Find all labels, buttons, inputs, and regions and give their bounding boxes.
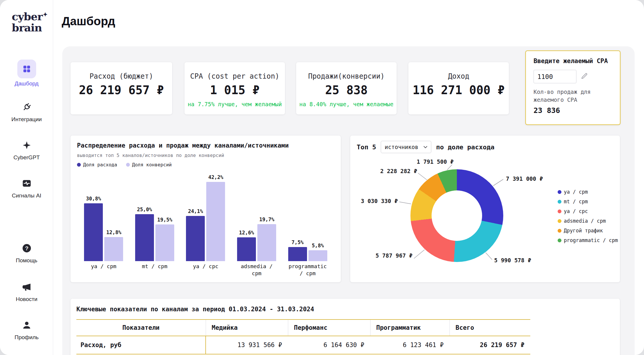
donut-chart[interactable] <box>410 169 503 262</box>
kpi-note: на 7.75% лучше, чем желаемый <box>185 101 285 107</box>
bar-group: 7,5%5,8% <box>288 239 327 261</box>
legend-item: mt / cpm <box>558 199 618 204</box>
bar-value-label: 25,0% <box>137 207 152 212</box>
app-window: cyber✦ brain Дашборд Интеграции CyberGPT <box>0 0 644 355</box>
kpi-card-cpa: CPA (cost per action) 1 015 ₽ на 7.75% л… <box>185 62 285 114</box>
sidebar-item-label: CyberGPT <box>0 154 53 161</box>
legend-item: adsmedia / cpm <box>558 218 618 224</box>
logo-text-cyber: cyber <box>12 10 43 23</box>
bar-spend-share[interactable] <box>186 216 205 261</box>
bar-category-label: mt / cpm <box>129 263 180 277</box>
kpi-card-budget: Расход (бюджет) 26 219 657 ₽ <box>71 62 172 114</box>
bar-value-label: 42,2% <box>208 174 223 180</box>
bar-value-label: 24,1% <box>188 208 203 214</box>
by-spend-share-label: по доле расхода <box>436 143 494 151</box>
bar-value-label: 12,6% <box>239 230 254 236</box>
pencil-icon[interactable] <box>581 72 588 81</box>
bar-spend-share[interactable] <box>237 237 256 261</box>
donut-callout-label: 7 391 000 ₽ <box>506 175 543 182</box>
megaphone-icon <box>20 280 34 294</box>
sidebar-item-dashboard[interactable]: Дашборд <box>0 60 53 87</box>
table-title: Ключевые показатели по каналам за период… <box>76 306 314 313</box>
select-value: источников <box>385 144 418 150</box>
bar-column: 19,5% <box>155 217 174 261</box>
logo-text-brain: brain <box>12 22 47 33</box>
legend-dot <box>558 209 561 213</box>
bar-column: 12,8% <box>104 229 123 261</box>
kpi-label: Доход <box>408 72 509 80</box>
bar-spend-share[interactable] <box>135 214 154 261</box>
bar-chart-title: Распределение расхода и продаж между кан… <box>77 142 289 149</box>
bar-category-label: ya / cpm <box>78 263 129 277</box>
legend-item-conversions: Доля конверсий <box>126 162 172 168</box>
desired-cpa-input[interactable] <box>534 70 576 83</box>
sparkle-icon <box>20 138 34 152</box>
bar-spend-share[interactable] <box>84 203 103 261</box>
bar-conversion-share[interactable] <box>257 224 276 261</box>
kpi-label: Продажи(конверсии) <box>296 72 397 80</box>
bar-spend-share[interactable] <box>288 247 307 261</box>
bar-slot: 24,1%42,2% <box>180 173 231 261</box>
legend-item: programmatic / cpm <box>558 237 618 243</box>
legend-dot <box>558 200 561 204</box>
bar-conversion-share[interactable] <box>104 237 123 261</box>
sidebar-item-signals-ai[interactable]: Сигналы AI <box>0 176 53 199</box>
donut-callout-label: 2 228 282 ₽ <box>380 168 417 174</box>
bar-category-label: adsmedia / cpm <box>231 263 282 277</box>
bar-group: 30,8%12,8% <box>84 196 123 261</box>
legend-dot-conversions <box>126 163 130 167</box>
bar-value-label: 19,7% <box>259 217 274 222</box>
legend-dot-spend <box>77 163 81 167</box>
table-header-row: Показатели Медийка Перфоманс Программати… <box>76 320 530 336</box>
legend-item: ya / cpm <box>558 189 618 195</box>
main-panel: Расход (бюджет) 26 219 657 ₽ CPA (cost p… <box>62 46 635 355</box>
column-header: Программатик <box>370 320 450 336</box>
legend-dot <box>558 219 561 223</box>
kpi-table-card: Ключевые показатели по каналам за период… <box>71 299 620 355</box>
plug-icon <box>20 100 34 114</box>
chevron-down-icon <box>423 144 428 150</box>
sidebar-item-profile[interactable]: Профиль <box>0 318 53 341</box>
bar-value-label: 30,8% <box>86 196 101 202</box>
donut-chart-card: Топ 5 источников по доле расхода <box>350 136 620 282</box>
sidebar-item-cybergpt[interactable]: CyberGPT <box>0 138 53 161</box>
sidebar-item-label: Интеграции <box>0 116 53 123</box>
bar-chart-card: Распределение расхода и продаж между кан… <box>71 136 341 282</box>
desired-cpa-title: Введите желаемый CPA <box>534 58 612 65</box>
bar-column: 5,8% <box>308 243 327 261</box>
donut-hole <box>432 190 482 241</box>
logo[interactable]: cyber✦ brain <box>12 9 47 33</box>
table-row: Расход, руб 13 931 566 ₽ 6 164 630 ₽ 6 1… <box>76 336 530 354</box>
legend-dot <box>558 229 561 233</box>
bar-column: 12,6% <box>237 230 256 261</box>
bar-conversion-share[interactable] <box>308 250 327 261</box>
sidebar-item-label: Дашборд <box>0 80 53 87</box>
bar-category-labels: ya / cpmmt / cpmya / cpcadsmedia / cpmpr… <box>78 263 333 277</box>
sidebar-item-news[interactable]: Новости <box>0 280 53 302</box>
bar-conversion-share[interactable] <box>206 182 225 261</box>
kpi-card-revenue: Доход 116 271 000 ₽ <box>408 62 509 114</box>
bar-conversion-share[interactable] <box>155 224 174 261</box>
donut-callout-label: 3 030 330 ₽ <box>361 198 398 204</box>
bar-group: 12,6%19,7% <box>237 217 276 261</box>
column-header: Всего <box>450 320 530 336</box>
sidebar-item-label: Новости <box>0 296 53 302</box>
cell-value: 6 123 461 ₽ <box>370 336 450 354</box>
top5-label: Топ 5 <box>357 143 376 151</box>
pulse-icon <box>20 176 34 190</box>
bar-category-label: programmatic / cpm <box>282 263 333 277</box>
bar-value-label: 19,5% <box>157 217 172 223</box>
desired-cpa-widget: Введите желаемый CPA Кол-во продаж дляже… <box>525 50 620 125</box>
kpi-value: 26 219 657 ₽ <box>71 83 172 97</box>
bar-value-label: 12,8% <box>106 229 121 235</box>
donut-callout-label: 5 787 967 ₽ <box>375 252 412 259</box>
cell-value-total: 26 219 657 ₽ <box>450 336 530 354</box>
column-header: Показатели <box>76 320 206 336</box>
sidebar-item-integrations[interactable]: Интеграции <box>0 100 53 123</box>
legend-item-spend: Доля расхода <box>77 162 117 168</box>
sidebar-item-help[interactable]: ? Помощь <box>0 241 53 264</box>
kpi-value: 1 015 ₽ <box>185 83 285 97</box>
bar-chart-legend: Доля расхода Доля конверсий <box>77 162 172 168</box>
column-header: Медийка <box>206 320 288 336</box>
top5-entity-select[interactable]: источников <box>381 141 431 153</box>
